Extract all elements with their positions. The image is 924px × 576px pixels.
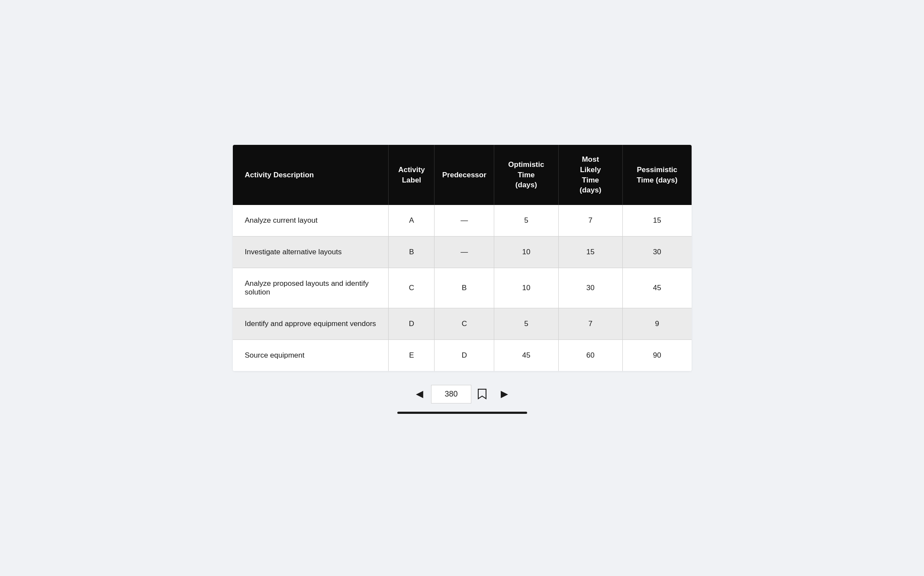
- table-cell: 10: [494, 237, 558, 268]
- table-cell: D: [435, 340, 494, 371]
- table-row: Investigate alternative layoutsB—101530: [233, 237, 692, 268]
- header-predecessor: Predecessor: [435, 145, 494, 205]
- bottom-bar: [397, 412, 527, 414]
- table-row: Analyze current layoutA—5715: [233, 205, 692, 237]
- activity-table: Activity Description ActivityLabel Prede…: [233, 145, 692, 371]
- table-cell: Source equipment: [233, 340, 389, 371]
- table-cell: —: [435, 205, 494, 237]
- table-cell: 90: [622, 340, 691, 371]
- table-cell: 10: [494, 268, 558, 308]
- table-cell: A: [389, 205, 435, 237]
- table-row: Source equipmentED456090: [233, 340, 692, 371]
- table-cell: B: [435, 268, 494, 308]
- table-cell: Analyze current layout: [233, 205, 389, 237]
- table-cell: D: [389, 308, 435, 340]
- table-header-row: Activity Description ActivityLabel Prede…: [233, 145, 692, 205]
- table-cell: 7: [558, 308, 622, 340]
- table-cell: —: [435, 237, 494, 268]
- prev-page-button[interactable]: ◀: [408, 384, 431, 404]
- table-cell: E: [389, 340, 435, 371]
- table-cell: 45: [494, 340, 558, 371]
- pagination-bar: ◀ 380 ▶: [408, 384, 515, 404]
- table-cell: 60: [558, 340, 622, 371]
- table-cell: 45: [622, 268, 691, 308]
- table-cell: Identify and approve equipment vendors: [233, 308, 389, 340]
- table-cell: C: [389, 268, 435, 308]
- main-table-container: Activity Description ActivityLabel Prede…: [233, 145, 692, 371]
- bookmark-button[interactable]: [471, 384, 493, 404]
- table-cell: 15: [558, 237, 622, 268]
- table-row: Identify and approve equipment vendorsDC…: [233, 308, 692, 340]
- header-activity-label: ActivityLabel: [389, 145, 435, 205]
- table-body: Analyze current layoutA—5715Investigate …: [233, 205, 692, 371]
- table-cell: 30: [558, 268, 622, 308]
- table-cell: 5: [494, 308, 558, 340]
- next-page-button[interactable]: ▶: [493, 384, 516, 404]
- table-row: Analyze proposed layouts and identify so…: [233, 268, 692, 308]
- table-cell: Analyze proposed layouts and identify so…: [233, 268, 389, 308]
- header-optimistic-time: OptimisticTime(days): [494, 145, 558, 205]
- table-cell: 9: [622, 308, 691, 340]
- table-cell: C: [435, 308, 494, 340]
- header-pessimistic-time: PessimisticTime (days): [622, 145, 691, 205]
- table-cell: 30: [622, 237, 691, 268]
- table-cell: 7: [558, 205, 622, 237]
- table-cell: B: [389, 237, 435, 268]
- table-cell: Investigate alternative layouts: [233, 237, 389, 268]
- header-most-likely-time: MostLikelyTime(days): [558, 145, 622, 205]
- header-activity-description: Activity Description: [233, 145, 389, 205]
- table-cell: 15: [622, 205, 691, 237]
- page-number: 380: [431, 385, 471, 403]
- table-cell: 5: [494, 205, 558, 237]
